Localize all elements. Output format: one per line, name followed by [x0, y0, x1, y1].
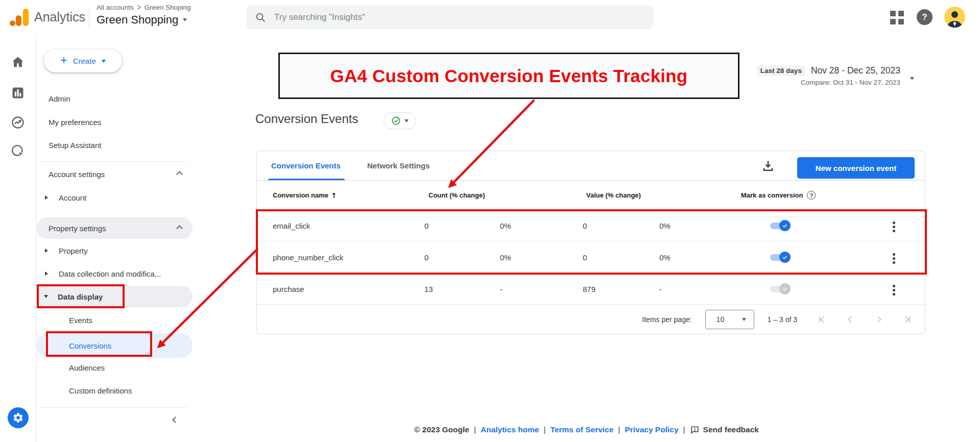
create-button[interactable]: + Create [44, 50, 122, 72]
search-input[interactable] [273, 12, 645, 23]
chevron-down-icon [183, 18, 187, 21]
header-conversion-name[interactable]: Conversion name ↑ [273, 181, 337, 210]
sidebar-item-admin[interactable]: Admin [49, 88, 70, 109]
table-header-row: Conversion name ↑ Count (% change) Value… [257, 181, 925, 210]
annotation-title: GA4 Custom Conversion Events Tracking [330, 66, 688, 86]
advertising-icon[interactable] [11, 144, 25, 158]
page-footer: © 2023 Google | Analytics home | Terms o… [193, 421, 980, 439]
help-icon[interactable]: ? [917, 9, 933, 25]
check-icon [782, 223, 788, 229]
divider [89, 7, 89, 28]
count-change-cell: 0% [500, 210, 511, 241]
items-per-page-select[interactable]: 10 [705, 310, 754, 329]
sidebar-item-property[interactable]: Property [45, 240, 88, 261]
sort-ascending-icon: ↑ [331, 191, 337, 200]
chevron-down-icon [102, 60, 106, 63]
new-conversion-event-button[interactable]: New conversion event [797, 157, 915, 179]
home-icon[interactable] [11, 55, 25, 69]
items-per-page-value: 10 [716, 315, 725, 324]
apps-grid-icon[interactable] [890, 11, 904, 24]
footer-link-analytics-home[interactable]: Analytics home [481, 425, 539, 434]
chevron-down-icon [404, 119, 409, 122]
value-cell: 879 [583, 273, 595, 305]
table-row: purchase 13 - 879 - [257, 273, 925, 305]
collapse-sidebar-icon[interactable] [172, 416, 179, 423]
chevron-up-icon [176, 171, 183, 178]
chevron-right-icon: > [137, 3, 141, 12]
help-circle-icon[interactable]: ? [807, 191, 816, 200]
sidebar-item-conversions[interactable]: Conversions [69, 335, 111, 356]
property-selector[interactable]: Green Shopping [97, 13, 191, 27]
send-feedback-button[interactable]: Send feedback [690, 425, 759, 435]
mark-as-conversion-toggle[interactable] [770, 253, 790, 261]
brand-title: Analytics [34, 10, 85, 24]
divider [40, 161, 187, 162]
analytics-logo-icon[interactable] [10, 8, 30, 27]
sidebar-item-data-collection[interactable]: Data collection and modifica... [45, 263, 161, 284]
selected-item-highlight [36, 333, 193, 358]
expand-arrow-icon [45, 272, 48, 276]
breadcrumb-account[interactable]: Green Shoping [145, 4, 191, 11]
count-cell: 0 [424, 241, 428, 273]
avatar-person-icon [944, 7, 965, 28]
date-preset-badge: Last 28 days [757, 65, 805, 76]
tab-network-settings[interactable]: Network Settings [367, 151, 430, 180]
count-change-cell: - [500, 273, 503, 305]
sidebar-item-data-display[interactable]: Data display [44, 286, 103, 307]
mark-as-conversion-toggle[interactable] [770, 222, 790, 230]
sidebar-section-property-settings[interactable]: Property settings [49, 218, 192, 238]
search-icon [255, 12, 266, 23]
reports-icon[interactable] [11, 86, 25, 100]
breadcrumb-all-accounts[interactable]: All accounts [97, 4, 134, 11]
tab-conversion-events[interactable]: Conversion Events [271, 151, 341, 180]
property-name: Green Shopping [97, 13, 178, 27]
feedback-icon [690, 425, 700, 435]
count-change-cell: 0% [500, 241, 511, 273]
sidebar-item-audiences[interactable]: Audiences [69, 357, 105, 378]
check-circle-icon [391, 116, 401, 126]
user-avatar[interactable] [944, 7, 965, 28]
value-cell: 0 [583, 210, 587, 241]
row-menu-icon[interactable] [892, 220, 896, 233]
separator: | [544, 425, 546, 434]
separator: | [618, 425, 620, 434]
pagination-range-label: 1 – 3 of 3 [768, 315, 797, 324]
chevron-down-icon [742, 318, 746, 321]
sidebar-item-account[interactable]: Account [45, 187, 86, 208]
date-range-selector[interactable]: Last 28 days Nov 28 - Dec 25, 2023 Compa… [743, 65, 917, 86]
first-page-icon[interactable] [817, 314, 827, 325]
sidebar-item-setup-assistant[interactable]: Setup Assistant [49, 135, 101, 155]
row-menu-icon[interactable] [892, 284, 896, 297]
ga4-admin-page: Analytics All accounts > Green Shoping G… [0, 0, 980, 442]
page-title: Conversion Events [255, 112, 358, 126]
sidebar-item-my-preferences[interactable]: My preferences [49, 112, 101, 132]
last-page-icon[interactable] [902, 314, 913, 325]
status-dropdown[interactable] [384, 112, 416, 129]
sidebar-item-label: Property [59, 247, 88, 255]
footer-link-privacy[interactable]: Privacy Policy [625, 425, 678, 434]
sidebar-item-label: Audiences [69, 363, 105, 372]
admin-gear-icon[interactable] [8, 407, 29, 428]
explore-icon[interactable] [11, 115, 25, 130]
header-count[interactable]: Count (% change) [428, 181, 485, 210]
section-label: Account settings [49, 170, 105, 179]
table-row: phone_number_click 0 0% 0 0% [257, 241, 925, 273]
footer-link-terms[interactable]: Terms of Service [551, 425, 614, 434]
header-value[interactable]: Value (% change) [586, 181, 641, 210]
download-icon[interactable] [760, 158, 776, 174]
sidebar-item-custom-definitions[interactable]: Custom definitions [69, 380, 132, 401]
sidebar-section-account-settings[interactable]: Account settings [49, 164, 192, 184]
search-bar[interactable] [247, 6, 653, 29]
sidebar-item-label: Data collection and modifica... [59, 269, 161, 278]
next-page-icon[interactable] [874, 314, 884, 325]
expand-arrow-icon [45, 195, 48, 200]
sidebar-item-label: Data display [58, 292, 103, 301]
sidebar-item-label: Conversions [69, 341, 111, 350]
tab-label: Conversion Events [271, 161, 341, 170]
previous-page-icon[interactable] [845, 314, 855, 325]
row-menu-icon[interactable] [892, 252, 896, 265]
sidebar-item-label: Custom definitions [69, 386, 132, 395]
sidebar-item-events[interactable]: Events [69, 310, 92, 330]
value-change-cell: 0% [659, 210, 671, 241]
count-cell: 0 [424, 210, 428, 241]
